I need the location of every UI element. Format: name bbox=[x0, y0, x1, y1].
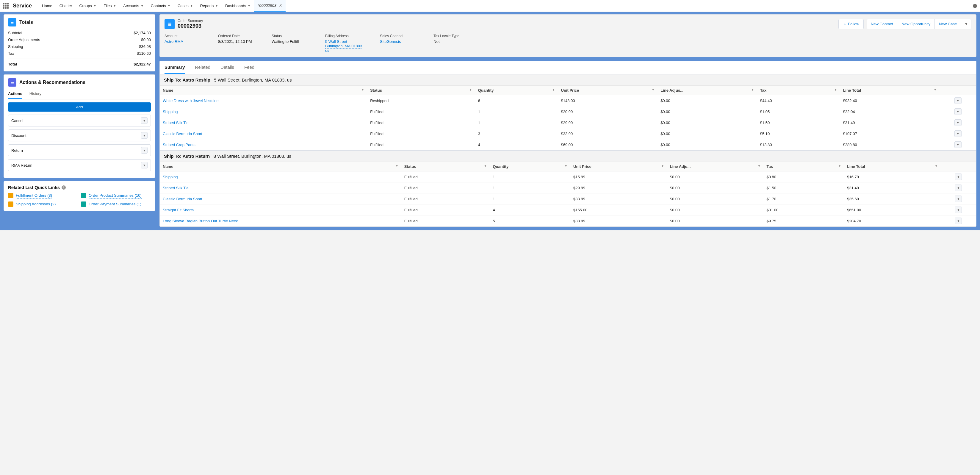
line-name[interactable]: Long Sleeve Raglan Button Out Turtle Nec… bbox=[160, 215, 401, 226]
ql-link[interactable]: Order Payment Summaries (1) bbox=[89, 201, 141, 207]
col-qty[interactable]: Quantity bbox=[478, 88, 494, 92]
chevron-down-icon[interactable]: ▼ bbox=[248, 4, 250, 8]
subtab-actions[interactable]: Actions bbox=[8, 89, 22, 99]
chevron-down-icon[interactable]: ▼ bbox=[935, 164, 938, 167]
row-actions-button[interactable]: ▼ bbox=[955, 141, 962, 148]
tab-details[interactable]: Details bbox=[220, 61, 234, 74]
line-name[interactable]: Shipping bbox=[160, 106, 367, 117]
chevron-down-icon[interactable]: ▼ bbox=[141, 4, 144, 8]
ql-link[interactable]: Fulfillment Orders (3) bbox=[16, 193, 52, 199]
line-name[interactable]: Straight Fit Shorts bbox=[160, 204, 401, 215]
chevron-down-icon[interactable]: ▼ bbox=[361, 88, 364, 91]
ql-order-product-summaries[interactable]: Order Product Summaries (10) bbox=[81, 193, 151, 199]
channel-link[interactable]: SiteGenesis bbox=[380, 39, 401, 44]
line-name[interactable]: White Dress with Jewel Neckline bbox=[160, 95, 367, 106]
tab-feed[interactable]: Feed bbox=[244, 61, 255, 74]
nav-home[interactable]: Home bbox=[38, 0, 56, 11]
follow-button[interactable]: ＋Follow bbox=[838, 19, 864, 29]
chevron-down-icon[interactable]: ▼ bbox=[661, 164, 664, 167]
ql-link[interactable]: Order Product Summaries (10) bbox=[89, 193, 142, 199]
billing-line2[interactable]: Burlington, MA 01803 bbox=[325, 44, 362, 48]
chevron-down-icon[interactable]: ▼ bbox=[94, 4, 96, 8]
col-adj[interactable]: Line Adjus... bbox=[660, 88, 683, 92]
nav-files[interactable]: Files▼ bbox=[100, 0, 119, 11]
info-icon[interactable]: i bbox=[973, 4, 977, 8]
row-actions-button[interactable]: ▼ bbox=[955, 130, 962, 137]
billing-line1[interactable]: 5 Wall Street bbox=[325, 39, 347, 44]
row-actions-button[interactable]: ▼ bbox=[955, 174, 962, 180]
chevron-down-icon[interactable]: ▼ bbox=[190, 4, 193, 8]
nav-accounts[interactable]: Accounts▼ bbox=[119, 0, 147, 11]
line-name[interactable]: Classic Bermuda Short bbox=[160, 193, 401, 204]
row-actions-button[interactable]: ▼ bbox=[955, 218, 962, 224]
chevron-down-icon[interactable]: ▼ bbox=[141, 117, 148, 124]
chevron-down-icon[interactable]: ▼ bbox=[552, 88, 555, 91]
row-actions-button[interactable]: ▼ bbox=[955, 120, 962, 126]
tab-summary[interactable]: Summary bbox=[164, 61, 185, 74]
col-name[interactable]: Name bbox=[163, 164, 173, 169]
ql-shipping-addresses[interactable]: Shipping Addresses (2) bbox=[8, 201, 78, 207]
nav-cases[interactable]: Cases▼ bbox=[174, 0, 197, 11]
col-status[interactable]: Status bbox=[404, 164, 416, 169]
nav-reports[interactable]: Reports▼ bbox=[197, 0, 222, 11]
row-actions-button[interactable]: ▼ bbox=[955, 97, 962, 104]
col-qty[interactable]: Quantity bbox=[493, 164, 509, 169]
chevron-down-icon[interactable]: ▼ bbox=[934, 88, 937, 91]
line-name[interactable]: Striped Crop Pants bbox=[160, 139, 367, 150]
chevron-down-icon[interactable]: ▼ bbox=[141, 132, 148, 139]
chevron-down-icon[interactable]: ▼ bbox=[215, 4, 218, 8]
combo-return[interactable]: Return▼ bbox=[8, 144, 151, 156]
chevron-down-icon[interactable]: ▼ bbox=[751, 88, 754, 91]
new-opportunity-button[interactable]: New Opportunity bbox=[897, 19, 935, 29]
ql-order-payment-summaries[interactable]: Order Payment Summaries (1) bbox=[81, 201, 151, 207]
combo-rma-return[interactable]: RMA Return▼ bbox=[8, 159, 151, 171]
chevron-down-icon[interactable]: ▼ bbox=[469, 88, 472, 91]
chevron-down-icon[interactable]: ▼ bbox=[838, 164, 841, 167]
col-tax[interactable]: Tax bbox=[760, 88, 767, 92]
new-contact-button[interactable]: New Contact bbox=[867, 19, 897, 29]
col-total[interactable]: Line Total bbox=[847, 164, 865, 169]
billing-line3[interactable]: us bbox=[325, 48, 329, 53]
more-actions-button[interactable]: ▼ bbox=[961, 19, 971, 29]
nav-active-tab[interactable]: * 00002903 ✕ bbox=[254, 0, 286, 11]
combo-cancel[interactable]: Cancel▼ bbox=[8, 115, 151, 126]
chevron-down-icon[interactable]: ▼ bbox=[395, 164, 398, 167]
line-name[interactable]: Striped Silk Tie bbox=[160, 117, 367, 128]
nav-dashboards[interactable]: Dashboards▼ bbox=[222, 0, 254, 11]
chevron-down-icon[interactable]: ▼ bbox=[652, 88, 654, 91]
col-tax[interactable]: Tax bbox=[767, 164, 773, 169]
chevron-down-icon[interactable]: ▼ bbox=[834, 88, 837, 91]
ql-fulfillment-orders[interactable]: Fulfillment Orders (3) bbox=[8, 193, 78, 199]
col-status[interactable]: Status bbox=[370, 88, 382, 92]
add-button[interactable]: Add bbox=[8, 102, 151, 112]
line-name[interactable]: Striped Silk Tie bbox=[160, 182, 401, 193]
row-actions-button[interactable]: ▼ bbox=[955, 185, 962, 191]
ql-link[interactable]: Shipping Addresses (2) bbox=[16, 201, 56, 207]
col-unit[interactable]: Unit Price bbox=[573, 164, 592, 169]
row-actions-button[interactable]: ▼ bbox=[955, 196, 962, 202]
chevron-down-icon[interactable]: ▼ bbox=[484, 164, 487, 167]
combo-discount[interactable]: Discount▼ bbox=[8, 129, 151, 141]
subtab-history[interactable]: History bbox=[29, 89, 41, 99]
chevron-down-icon[interactable]: ▼ bbox=[141, 162, 148, 169]
new-case-button[interactable]: New Case bbox=[935, 19, 961, 29]
tab-related[interactable]: Related bbox=[195, 61, 210, 74]
line-name[interactable]: Classic Bermuda Short bbox=[160, 128, 367, 139]
col-total[interactable]: Line Total bbox=[843, 88, 861, 92]
row-actions-button[interactable]: ▼ bbox=[955, 108, 962, 115]
nav-contacts[interactable]: Contacts▼ bbox=[147, 0, 174, 11]
close-icon[interactable]: ✕ bbox=[279, 3, 282, 8]
account-link[interactable]: Astro RMA bbox=[164, 39, 183, 44]
col-name[interactable]: Name bbox=[163, 88, 173, 92]
app-launcher-icon[interactable] bbox=[3, 3, 9, 9]
nav-groups[interactable]: Groups▼ bbox=[76, 0, 100, 11]
info-icon[interactable]: i bbox=[62, 185, 66, 190]
chevron-down-icon[interactable]: ▼ bbox=[113, 4, 116, 8]
chevron-down-icon[interactable]: ▼ bbox=[167, 4, 170, 8]
col-adj[interactable]: Line Adju... bbox=[670, 164, 691, 169]
col-unit[interactable]: Unit Price bbox=[561, 88, 579, 92]
nav-chatter[interactable]: Chatter bbox=[56, 0, 76, 11]
chevron-down-icon[interactable]: ▼ bbox=[758, 164, 761, 167]
chevron-down-icon[interactable]: ▼ bbox=[565, 164, 567, 167]
row-actions-button[interactable]: ▼ bbox=[955, 207, 962, 213]
